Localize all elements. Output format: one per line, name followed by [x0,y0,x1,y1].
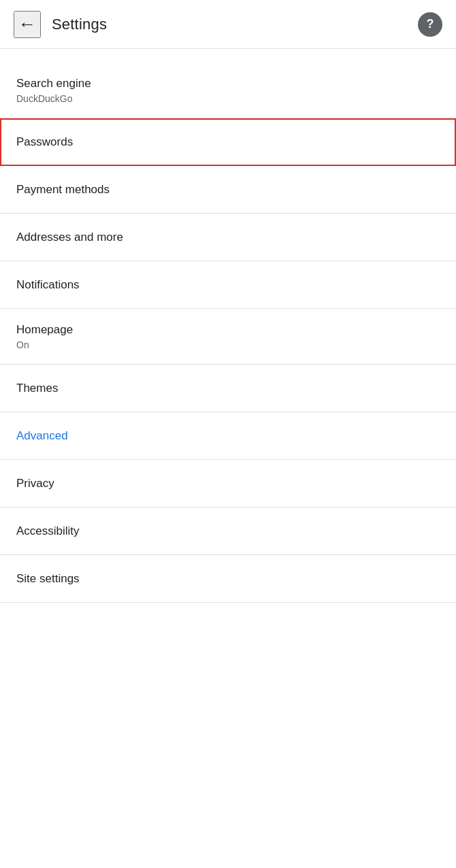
settings-item-payment-methods[interactable]: Payment methods [0,166,456,214]
settings-item-homepage[interactable]: HomepageOn [0,309,456,365]
help-button[interactable]: ? [418,12,442,37]
site-settings-title: Site settings [16,571,440,586]
settings-item-search-engine[interactable]: Search engineDuckDuckGo [0,63,456,118]
settings-item-themes[interactable]: Themes [0,365,456,412]
top-spacer [0,49,456,63]
settings-item-privacy[interactable]: Privacy [0,460,456,507]
back-button[interactable]: ← [14,11,41,38]
app-header: ← Settings ? [0,0,456,49]
page-title: Settings [52,16,107,33]
settings-item-passwords[interactable]: Passwords [0,118,456,166]
passwords-title: Passwords [16,135,440,150]
advanced-title: Advanced [16,429,440,444]
addresses-title: Addresses and more [16,230,440,245]
search-engine-title: Search engine [16,76,440,91]
themes-title: Themes [16,381,440,396]
accessibility-title: Accessibility [16,524,440,539]
search-engine-subtitle: DuckDuckGo [16,93,440,104]
settings-list: Search engineDuckDuckGoPasswordsPayment … [0,63,456,603]
back-arrow-icon: ← [18,14,36,35]
homepage-subtitle: On [16,339,440,350]
settings-item-notifications[interactable]: Notifications [0,261,456,309]
settings-item-accessibility[interactable]: Accessibility [0,507,456,555]
help-icon: ? [427,17,434,31]
settings-item-site-settings[interactable]: Site settings [0,555,456,603]
settings-item-addresses[interactable]: Addresses and more [0,214,456,261]
homepage-title: Homepage [16,322,440,337]
payment-methods-title: Payment methods [16,182,440,197]
notifications-title: Notifications [16,278,440,293]
settings-item-advanced[interactable]: Advanced [0,412,456,460]
privacy-title: Privacy [16,476,440,491]
